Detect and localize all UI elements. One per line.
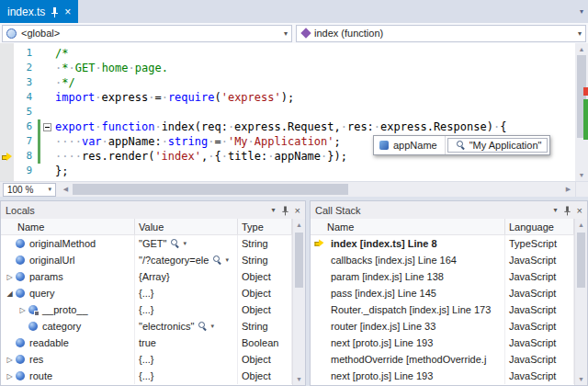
fold-collapse-icon[interactable] xyxy=(43,123,51,131)
scrollbar-thumb[interactable] xyxy=(577,233,585,288)
breakpoint-margin[interactable] xyxy=(0,164,14,178)
locals-row[interactable]: ▷params{Array}Object xyxy=(1,268,292,285)
scroll-up-icon[interactable]: ▲ xyxy=(293,219,305,231)
locals-row[interactable]: category"electronics"▾String xyxy=(1,318,292,335)
scroll-down-icon[interactable]: ▼ xyxy=(293,373,305,385)
pin-panel-icon[interactable] xyxy=(563,205,571,215)
stack-frame-row[interactable]: next [proto.js] Line 193JavaScript xyxy=(311,368,574,384)
fold-margin[interactable] xyxy=(41,61,53,75)
tree-expander-icon[interactable]: ▷ xyxy=(5,273,15,281)
locals-row[interactable]: ▷res{...}Object xyxy=(1,351,292,368)
locals-row[interactable]: ▷__proto__{...}Object xyxy=(1,301,292,318)
scroll-down-icon[interactable]: ▼ xyxy=(575,169,588,181)
breakpoint-margin[interactable] xyxy=(0,149,14,164)
code-line[interactable]: 3·*/ xyxy=(0,75,588,90)
magnifier-icon[interactable] xyxy=(457,141,466,150)
stack-frame-row[interactable]: next [proto.js] Line 193JavaScript xyxy=(311,335,574,351)
tree-expander-icon[interactable]: ◢ xyxy=(5,290,15,298)
close-tab-icon[interactable]: × xyxy=(64,6,71,17)
tab-title: index.ts xyxy=(7,6,45,18)
window-position-icon[interactable]: ▾ xyxy=(272,206,276,214)
datatip[interactable]: appName "My Application" xyxy=(373,135,550,155)
code-text: ·*·GET·home·page. xyxy=(53,61,168,75)
call-stack-title-bar[interactable]: Call Stack ▾ × xyxy=(311,201,587,219)
fold-margin[interactable] xyxy=(41,90,53,105)
fold-margin[interactable] xyxy=(41,164,53,178)
fold-margin[interactable] xyxy=(41,134,53,149)
magnifier-icon[interactable] xyxy=(198,322,208,331)
active-files-dropdown-icon[interactable]: ▾ xyxy=(580,7,583,16)
scrollbar-track[interactable] xyxy=(575,55,588,169)
hscrollbar-thumb[interactable] xyxy=(73,184,348,195)
fold-margin[interactable] xyxy=(41,75,53,90)
stack-frame-row[interactable]: Router._dispatch [index.js] Line 173Java… xyxy=(311,301,574,318)
code-line[interactable]: 1/* xyxy=(0,46,588,61)
stack-frame-row[interactable]: index [index.ts] Line 8TypeScript xyxy=(311,235,574,252)
chevron-down-icon[interactable]: ▾ xyxy=(183,240,187,247)
code-line[interactable]: 4import·express·=·require('express'); xyxy=(0,90,588,105)
close-panel-icon[interactable]: × xyxy=(295,205,300,216)
stack-frame-row[interactable]: methodOverride [methodOverride.jJavaScri… xyxy=(311,351,574,368)
locals-row[interactable]: readabletrueBoolean xyxy=(1,335,292,351)
locals-value-cell: {...} xyxy=(135,301,238,318)
locals-row[interactable]: ▷route{...}Object xyxy=(1,368,292,384)
scroll-up-icon[interactable]: ▲ xyxy=(575,219,587,231)
column-header-value[interactable]: Value xyxy=(135,219,238,234)
scrollbar-thumb[interactable] xyxy=(295,233,303,288)
call-stack-vertical-scrollbar[interactable]: ▲ ▼ xyxy=(574,219,587,385)
locals-title-bar[interactable]: Locals ▾ × xyxy=(1,201,305,219)
breakpoint-margin[interactable] xyxy=(0,75,14,90)
locals-type-cell: Object xyxy=(238,301,292,318)
breakpoint-margin[interactable] xyxy=(0,90,14,105)
column-header-type[interactable]: Type xyxy=(238,219,292,234)
fold-margin[interactable] xyxy=(41,119,53,134)
magnifier-icon[interactable] xyxy=(171,239,180,248)
stack-frame-row[interactable]: param [index.js] Line 138JavaScript xyxy=(311,268,574,285)
code-line[interactable]: 9}; xyxy=(0,164,588,178)
tree-expander-icon[interactable]: ▷ xyxy=(5,356,15,364)
breakpoint-margin[interactable] xyxy=(0,61,14,75)
scroll-down-icon[interactable]: ▼ xyxy=(575,373,587,385)
fold-margin[interactable] xyxy=(41,46,53,61)
breakpoint-margin[interactable] xyxy=(0,119,14,134)
editor-vertical-scrollbar[interactable]: ▲ ▼ xyxy=(575,43,588,181)
close-panel-icon[interactable]: × xyxy=(577,205,582,216)
tree-expander-icon[interactable]: ▷ xyxy=(5,372,15,380)
scroll-up-icon[interactable]: ▲ xyxy=(575,43,588,55)
tab-index-ts[interactable]: index.ts × xyxy=(0,0,78,23)
scope-dropdown[interactable]: <global> ▾ xyxy=(2,25,292,42)
locals-row[interactable]: ◢query{...}Object xyxy=(1,285,292,301)
magnifier-icon[interactable] xyxy=(213,255,222,265)
pin-panel-icon[interactable] xyxy=(281,205,288,215)
chevron-down-icon[interactable]: ▾ xyxy=(210,323,214,330)
tree-expander-icon[interactable]: ▷ xyxy=(17,306,28,314)
fold-margin[interactable] xyxy=(41,105,53,119)
window-position-icon[interactable]: ▾ xyxy=(554,206,558,214)
stack-frame-row[interactable]: pass [index.js] Line 145JavaScript xyxy=(311,285,574,301)
column-header-language[interactable]: Language xyxy=(505,219,574,234)
pin-tab-icon[interactable] xyxy=(51,6,59,17)
stack-frame-row[interactable]: router [index.js] Line 33JavaScript xyxy=(311,318,574,335)
chevron-down-icon[interactable]: ▾ xyxy=(225,256,229,264)
code-editor[interactable]: 1/*2·*·GET·home·page.3·*/4import·express… xyxy=(0,43,588,181)
hscrollbar-track[interactable] xyxy=(73,182,561,197)
breakpoint-margin[interactable] xyxy=(0,46,14,61)
code-line[interactable]: 6export·function·index(req:·express.Requ… xyxy=(0,119,588,134)
breakpoint-margin[interactable] xyxy=(0,134,14,149)
column-header-name[interactable]: Name xyxy=(1,219,135,234)
datatip-value-box[interactable]: "My Application" xyxy=(447,138,548,153)
stack-frame-row[interactable]: callbacks [index.js] Line 164JavaScript xyxy=(311,252,574,268)
breakpoint-margin[interactable] xyxy=(0,105,14,119)
locals-vertical-scrollbar[interactable]: ▲ ▼ xyxy=(292,219,305,385)
locals-row[interactable]: originalMethod"GET"▾String xyxy=(1,235,292,252)
code-text: }; xyxy=(53,164,68,178)
scroll-right-icon[interactable]: ▶ xyxy=(561,186,575,193)
locals-row[interactable]: originalUrl"/?category=ele▾String xyxy=(1,252,292,268)
fold-margin[interactable] xyxy=(41,149,53,164)
code-line[interactable]: 5 xyxy=(0,105,588,119)
scroll-left-icon[interactable]: ◀ xyxy=(59,186,73,193)
member-dropdown[interactable]: index (function) ▾ xyxy=(296,25,586,42)
column-header-name[interactable]: Name xyxy=(311,219,505,234)
zoom-control[interactable]: 100 % ▾ xyxy=(3,183,56,197)
code-line[interactable]: 2·*·GET·home·page. xyxy=(0,61,588,75)
